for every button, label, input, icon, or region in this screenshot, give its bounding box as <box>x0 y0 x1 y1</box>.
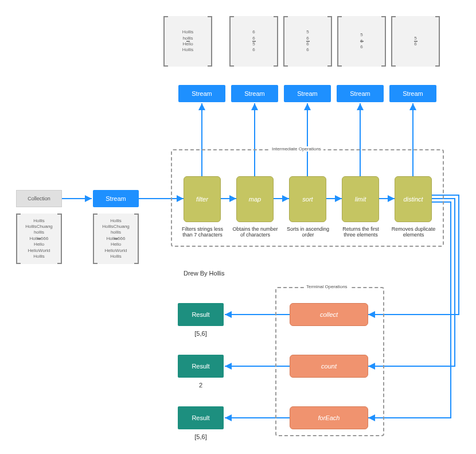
stream-box-2: Stream <box>231 85 278 102</box>
stream-main-data-box: HollisHollisChuanghollisHollis666HelloHe… <box>93 214 139 264</box>
op-map-desc: Obtains the number of characters <box>231 227 280 238</box>
collection-data-box: HollisHollisChuanghollisHollis666HelloHe… <box>16 214 62 264</box>
op-limit-desc: Returns the first three elements <box>336 227 385 238</box>
data-box-filter-output: HollishollisHelloHollis <box>163 16 212 67</box>
result-count-value: 2 <box>178 382 224 389</box>
collection-box: Collection <box>16 190 62 207</box>
result-collect: Result <box>178 303 224 326</box>
stream-box-1: Stream <box>178 85 225 102</box>
credit-text: Drew By Hollis <box>184 270 225 277</box>
op-sort-desc: Sorts in ascending order <box>283 227 333 238</box>
data-box-distinct-output: 56 <box>391 16 440 67</box>
op-filter-desc: Filters strings less than 7 characters <box>177 227 228 238</box>
data-box-limit-output: 566 <box>337 16 386 67</box>
op-map: map <box>236 176 274 222</box>
op-sort: sort <box>289 176 326 222</box>
result-collect-value: [5,6] <box>178 330 224 337</box>
stream-box-3: Stream <box>284 85 331 102</box>
op-filter: filter <box>184 176 221 222</box>
result-foreach-value: [5,6] <box>178 433 224 440</box>
stream-box-5: Stream <box>389 85 436 102</box>
op-distinct-desc: Removes duplicate elements <box>389 227 438 238</box>
op-limit: limit <box>342 176 379 222</box>
stream-main-box: Stream <box>93 190 139 207</box>
terminal-ops-label: Terminal Operations <box>304 284 350 289</box>
op-distinct: distinct <box>395 176 432 222</box>
op-collect: collect <box>290 303 368 326</box>
op-count: count <box>290 355 368 378</box>
intermediate-ops-label: Intermediate Operations <box>270 146 323 152</box>
stream-box-4: Stream <box>337 85 384 102</box>
data-box-map-output: 6656 <box>229 16 278 67</box>
result-count: Result <box>178 355 224 378</box>
data-box-sort-output: 5666 <box>283 16 332 67</box>
op-foreach: forEach <box>290 406 368 429</box>
result-foreach: Result <box>178 406 224 429</box>
